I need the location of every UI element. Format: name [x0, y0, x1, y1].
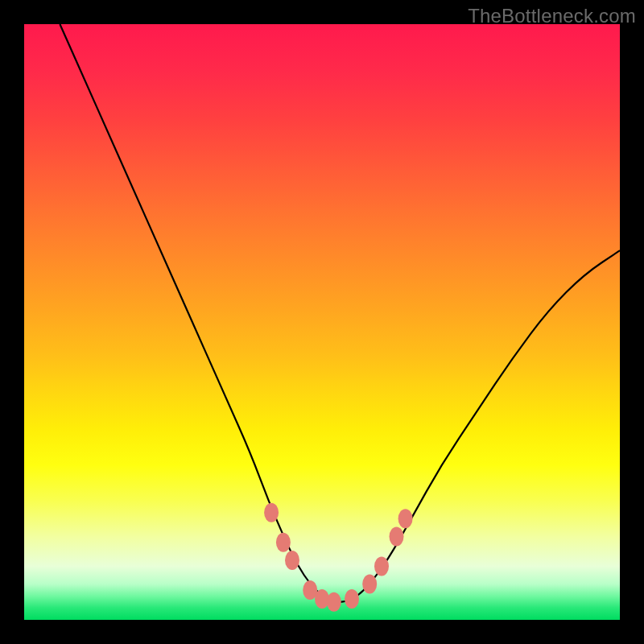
curve-marker: [345, 589, 359, 609]
curve-marker: [390, 526, 404, 546]
curve-svg: [24, 24, 620, 620]
bottleneck-curve: [60, 24, 620, 602]
watermark-text: TheBottleneck.com: [468, 5, 636, 27]
curve-marker: [374, 556, 389, 576]
curve-marker: [327, 592, 341, 612]
curve-marker: [285, 551, 299, 570]
curve-marker: [264, 503, 279, 522]
markers-group: [264, 503, 412, 612]
curve-marker: [362, 575, 377, 594]
curve-marker: [398, 509, 413, 528]
chart-frame: TheBottleneck.com: [0, 0, 644, 644]
plot-area: [24, 24, 620, 620]
curve-marker: [276, 533, 291, 552]
